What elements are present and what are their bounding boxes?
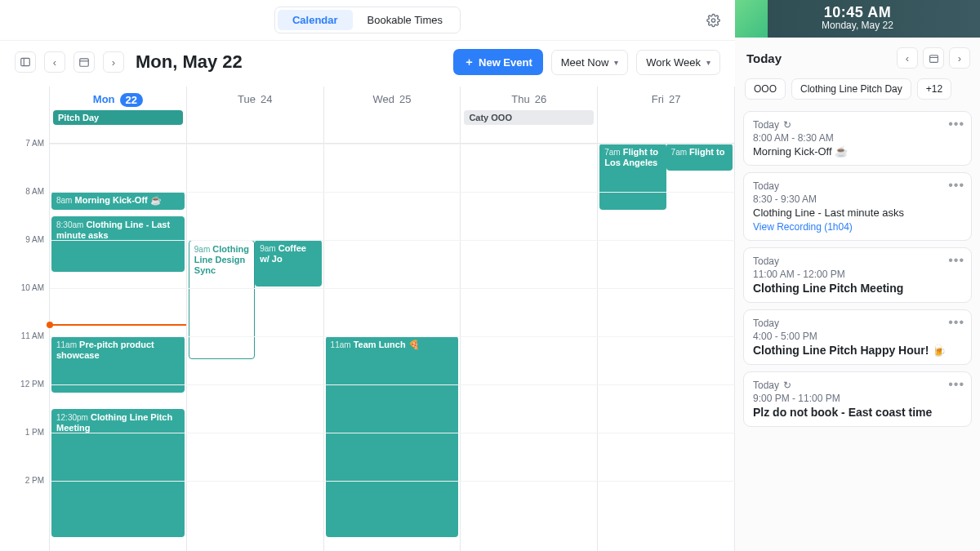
allday-row: Pitch DayCaty OOO <box>50 109 735 142</box>
side-next-button[interactable]: › <box>949 47 970 69</box>
today-calendar-icon[interactable] <box>74 51 95 73</box>
allday-cell: Caty OOO <box>461 109 598 142</box>
recurring-icon: ↻ <box>783 119 791 131</box>
top-tab-bar: Calendar Bookable Times <box>0 0 735 41</box>
agenda-card[interactable]: •••Today ↻9:00 PM - 11:00 PMPlz do not b… <box>743 371 972 427</box>
hour-label: 1 PM <box>25 428 44 437</box>
card-day: Today <box>753 318 962 329</box>
title-row: ‹ › Mon, May 22 ＋ New Event Meet Now ▾ W… <box>0 41 735 87</box>
meet-now-label: Meet Now <box>561 56 609 69</box>
plus-icon: ＋ <box>464 55 474 69</box>
svg-rect-3 <box>80 59 89 66</box>
card-day: Today ↻ <box>753 119 962 131</box>
sidebar-title: Today <box>746 51 892 65</box>
tab-bookable[interactable]: Bookable Times <box>353 10 458 30</box>
card-title: Clothing Line Pitch Happy Hour! 🍺 <box>753 344 962 357</box>
view-select[interactable]: Work Week ▾ <box>636 50 720 75</box>
clock-header: 10:45 AM Monday, May 22 <box>735 0 980 38</box>
event-list: •••Today ↻8:00 AM - 8:30 AMMorning Kick-… <box>735 108 980 435</box>
tab-calendar[interactable]: Calendar <box>278 10 353 30</box>
card-time: 9:00 PM - 11:00 PM <box>753 393 962 404</box>
allday-cell <box>598 109 735 142</box>
chevron-down-icon: ▾ <box>614 58 618 67</box>
agenda-card[interactable]: •••Today8:30 - 9:30 AMClothing Line - La… <box>743 172 972 241</box>
allday-cell: Pitch Day <box>50 109 187 142</box>
card-day: Today <box>753 256 962 267</box>
side-calendar-icon[interactable] <box>923 47 944 69</box>
agenda-card[interactable]: •••Today4:00 - 5:00 PMClothing Line Pitc… <box>743 309 972 365</box>
time-grid[interactable]: 8am Morning Kick-Off ☕8:30am Clothing Li… <box>50 144 735 551</box>
brand-logo <box>735 0 768 38</box>
svg-rect-5 <box>929 55 938 62</box>
allday-event[interactable]: Pitch Day <box>53 110 183 125</box>
filter-chip[interactable]: +12 <box>917 78 951 100</box>
hour-label: 8 AM <box>25 187 44 196</box>
card-title: Clothing Line Pitch Meeting <box>753 282 962 295</box>
card-time: 4:00 - 5:00 PM <box>753 331 962 342</box>
card-time: 11:00 AM - 12:00 PM <box>753 269 962 280</box>
more-icon[interactable]: ••• <box>948 117 964 131</box>
more-icon[interactable]: ••• <box>948 315 964 330</box>
card-title: Clothing Line - Last minute asks <box>753 207 962 219</box>
allday-cell <box>324 109 461 142</box>
chevron-down-icon: ▾ <box>706 58 710 67</box>
more-icon[interactable]: ••• <box>948 253 964 268</box>
svg-point-0 <box>711 18 715 21</box>
clock-time: 10:45 AM <box>824 5 891 20</box>
hour-label: 11 AM <box>21 331 44 340</box>
side-prev-button[interactable]: ‹ <box>897 47 918 69</box>
filter-chip[interactable]: Clothing Line Pitch Day <box>791 78 911 100</box>
allday-event[interactable]: Caty OOO <box>464 110 594 125</box>
agenda-card[interactable]: •••Today11:00 AM - 12:00 PMClothing Line… <box>743 247 972 303</box>
card-time: 8:30 - 9:30 AM <box>753 193 962 205</box>
more-icon[interactable]: ••• <box>948 377 964 392</box>
next-button[interactable]: › <box>103 51 124 73</box>
card-day: Today <box>753 180 962 192</box>
card-title: Plz do not book - East coast time <box>753 406 962 419</box>
hour-label: 12 PM <box>20 380 44 389</box>
svg-rect-1 <box>21 58 30 65</box>
time-gutter: 7 AM8 AM9 AM10 AM11 AM12 PM1 PM2 PM <box>0 87 49 551</box>
hour-label: 10 AM <box>21 283 44 292</box>
today-sidebar: 10:45 AM Monday, May 22 Today ‹ › OOOClo… <box>735 0 980 551</box>
card-title: Morning Kick-Off ☕ <box>753 145 962 158</box>
agenda-card[interactable]: •••Today ↻8:00 AM - 8:30 AMMorning Kick-… <box>743 111 972 166</box>
view-label: Work Week <box>646 56 701 69</box>
card-day: Today ↻ <box>753 380 962 391</box>
prev-button[interactable]: ‹ <box>44 51 65 73</box>
new-event-label: New Event <box>479 56 532 69</box>
recurring-icon: ↻ <box>783 380 791 391</box>
view-segment: Calendar Bookable Times <box>274 7 461 33</box>
hour-label: 7 AM <box>25 139 44 148</box>
allday-cell <box>187 109 324 142</box>
date-title: Mon, May 22 <box>136 51 243 73</box>
sidebar-header: Today ‹ › <box>735 38 980 75</box>
settings-gear-icon[interactable] <box>706 13 720 27</box>
filter-chip[interactable]: OOO <box>745 78 786 100</box>
grid-area: Mon22Tue24Wed25Thu26Fri27 Pitch DayCaty … <box>49 87 735 551</box>
meet-now-button[interactable]: Meet Now ▾ <box>551 50 629 75</box>
card-time: 8:00 AM - 8:30 AM <box>753 132 962 144</box>
new-event-button[interactable]: ＋ New Event <box>453 49 543 75</box>
more-icon[interactable]: ••• <box>948 178 964 193</box>
calendar-grid: 7 AM8 AM9 AM10 AM11 AM12 PM1 PM2 PM Mon2… <box>0 87 735 551</box>
clock-date: Monday, May 22 <box>822 20 893 31</box>
chip-row: OOOClothing Line Pitch Day+12 <box>735 75 980 108</box>
view-recording-link[interactable]: View Recording (1h04) <box>753 221 962 233</box>
hour-label: 9 AM <box>25 235 44 244</box>
sidebar-toggle-icon[interactable] <box>15 51 36 73</box>
hour-label: 2 PM <box>25 476 44 485</box>
